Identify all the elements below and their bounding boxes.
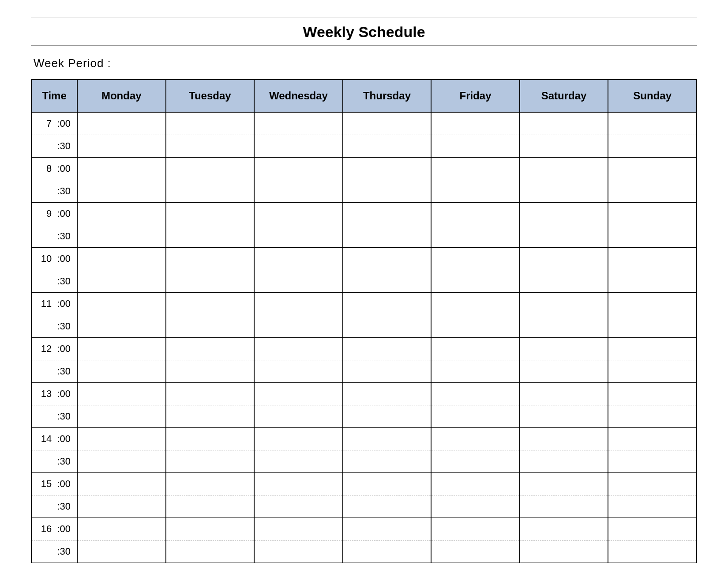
schedule-cell[interactable]	[431, 203, 520, 225]
schedule-cell[interactable]	[608, 338, 697, 360]
schedule-cell[interactable]	[608, 540, 697, 563]
schedule-cell[interactable]	[431, 450, 520, 473]
schedule-cell[interactable]	[77, 270, 166, 293]
schedule-cell[interactable]	[520, 360, 608, 383]
schedule-cell[interactable]	[166, 180, 255, 203]
schedule-cell[interactable]	[77, 315, 166, 338]
schedule-cell[interactable]	[608, 315, 697, 338]
schedule-cell[interactable]	[77, 158, 166, 180]
schedule-cell[interactable]	[520, 180, 608, 203]
schedule-cell[interactable]	[343, 248, 432, 270]
schedule-cell[interactable]	[343, 383, 432, 405]
schedule-cell[interactable]	[254, 203, 343, 225]
schedule-cell[interactable]	[431, 293, 520, 315]
schedule-cell[interactable]	[343, 473, 432, 495]
schedule-cell[interactable]	[166, 112, 255, 135]
schedule-cell[interactable]	[343, 112, 432, 135]
schedule-cell[interactable]	[431, 135, 520, 158]
schedule-cell[interactable]	[343, 225, 432, 248]
schedule-cell[interactable]	[608, 383, 697, 405]
schedule-cell[interactable]	[431, 495, 520, 518]
schedule-cell[interactable]	[431, 225, 520, 248]
schedule-cell[interactable]	[431, 360, 520, 383]
schedule-cell[interactable]	[431, 405, 520, 428]
schedule-cell[interactable]	[608, 270, 697, 293]
schedule-cell[interactable]	[431, 473, 520, 495]
schedule-cell[interactable]	[608, 112, 697, 135]
schedule-cell[interactable]	[343, 405, 432, 428]
schedule-cell[interactable]	[520, 293, 608, 315]
schedule-cell[interactable]	[166, 473, 255, 495]
schedule-cell[interactable]	[520, 405, 608, 428]
schedule-cell[interactable]	[254, 112, 343, 135]
schedule-cell[interactable]	[77, 405, 166, 428]
schedule-cell[interactable]	[520, 112, 608, 135]
schedule-cell[interactable]	[343, 293, 432, 315]
schedule-cell[interactable]	[77, 518, 166, 540]
schedule-cell[interactable]	[608, 293, 697, 315]
schedule-cell[interactable]	[343, 360, 432, 383]
schedule-cell[interactable]	[166, 203, 255, 225]
schedule-cell[interactable]	[77, 473, 166, 495]
schedule-cell[interactable]	[520, 450, 608, 473]
schedule-cell[interactable]	[608, 158, 697, 180]
schedule-cell[interactable]	[166, 270, 255, 293]
schedule-cell[interactable]	[77, 203, 166, 225]
schedule-cell[interactable]	[608, 495, 697, 518]
schedule-cell[interactable]	[166, 315, 255, 338]
schedule-cell[interactable]	[343, 270, 432, 293]
schedule-cell[interactable]	[166, 450, 255, 473]
schedule-cell[interactable]	[608, 405, 697, 428]
schedule-cell[interactable]	[254, 180, 343, 203]
schedule-cell[interactable]	[254, 540, 343, 563]
schedule-cell[interactable]	[166, 540, 255, 563]
schedule-cell[interactable]	[166, 248, 255, 270]
schedule-cell[interactable]	[254, 270, 343, 293]
schedule-cell[interactable]	[343, 338, 432, 360]
schedule-cell[interactable]	[431, 518, 520, 540]
schedule-cell[interactable]	[343, 135, 432, 158]
schedule-cell[interactable]	[77, 360, 166, 383]
schedule-cell[interactable]	[166, 225, 255, 248]
schedule-cell[interactable]	[608, 248, 697, 270]
schedule-cell[interactable]	[254, 383, 343, 405]
schedule-cell[interactable]	[520, 338, 608, 360]
schedule-cell[interactable]	[608, 450, 697, 473]
schedule-cell[interactable]	[431, 248, 520, 270]
schedule-cell[interactable]	[254, 428, 343, 450]
schedule-cell[interactable]	[254, 518, 343, 540]
schedule-cell[interactable]	[343, 540, 432, 563]
schedule-cell[interactable]	[77, 225, 166, 248]
schedule-cell[interactable]	[431, 315, 520, 338]
schedule-cell[interactable]	[520, 158, 608, 180]
schedule-cell[interactable]	[254, 315, 343, 338]
schedule-cell[interactable]	[608, 180, 697, 203]
schedule-cell[interactable]	[608, 225, 697, 248]
schedule-cell[interactable]	[254, 405, 343, 428]
schedule-cell[interactable]	[166, 158, 255, 180]
schedule-cell[interactable]	[254, 248, 343, 270]
schedule-cell[interactable]	[520, 540, 608, 563]
schedule-cell[interactable]	[343, 428, 432, 450]
schedule-cell[interactable]	[343, 315, 432, 338]
schedule-cell[interactable]	[431, 112, 520, 135]
schedule-cell[interactable]	[520, 495, 608, 518]
schedule-cell[interactable]	[166, 405, 255, 428]
schedule-cell[interactable]	[608, 360, 697, 383]
schedule-cell[interactable]	[77, 338, 166, 360]
schedule-cell[interactable]	[343, 495, 432, 518]
schedule-cell[interactable]	[166, 495, 255, 518]
schedule-cell[interactable]	[166, 338, 255, 360]
schedule-cell[interactable]	[431, 428, 520, 450]
schedule-cell[interactable]	[520, 203, 608, 225]
schedule-cell[interactable]	[254, 473, 343, 495]
schedule-cell[interactable]	[608, 203, 697, 225]
schedule-cell[interactable]	[608, 135, 697, 158]
schedule-cell[interactable]	[77, 450, 166, 473]
schedule-cell[interactable]	[608, 473, 697, 495]
schedule-cell[interactable]	[166, 383, 255, 405]
schedule-cell[interactable]	[431, 540, 520, 563]
schedule-cell[interactable]	[520, 135, 608, 158]
schedule-cell[interactable]	[520, 225, 608, 248]
schedule-cell[interactable]	[166, 135, 255, 158]
